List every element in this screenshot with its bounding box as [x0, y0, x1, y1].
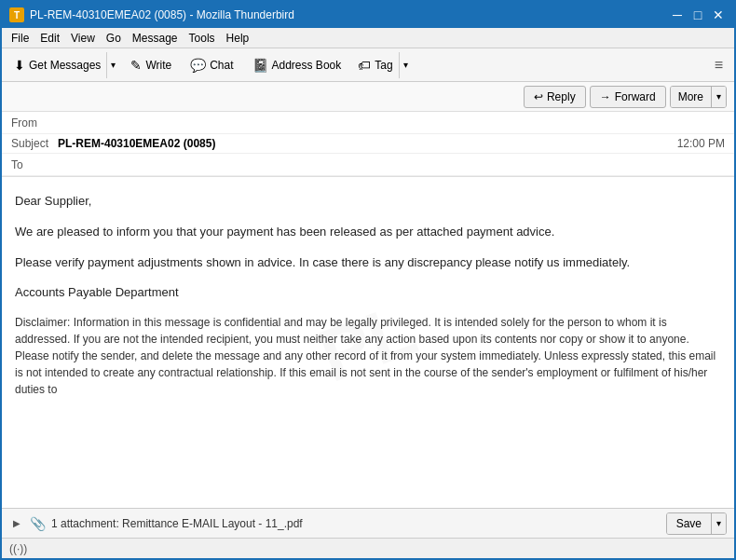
menu-file[interactable]: File	[6, 30, 34, 47]
body-paragraph-3: Accounts Payable Department	[15, 283, 721, 303]
expand-icon[interactable]: ▶	[9, 516, 24, 530]
menu-edit[interactable]: Edit	[34, 30, 65, 47]
menu-bar: File Edit View Go Message Tools Help	[2, 28, 734, 48]
menu-message[interactable]: Message	[127, 30, 184, 47]
more-arrow[interactable]: ▾	[711, 87, 726, 107]
email-body-text: Dear Supplier, We are pleased to inform …	[15, 192, 721, 398]
close-button[interactable]: ✕	[710, 7, 727, 23]
chat-icon: 💬	[190, 58, 206, 73]
email-headers: From Subject PL-REM-40310EMEA02 (0085) 1…	[2, 112, 734, 177]
tag-dropdown[interactable]: 🏷 Tag ▾	[351, 51, 412, 79]
get-messages-label: Get Messages	[29, 59, 101, 72]
menu-tools[interactable]: Tools	[184, 30, 221, 47]
tag-icon: 🏷	[358, 58, 371, 73]
subject-value: PL-REM-40310EMEA02 (0085)	[58, 137, 677, 150]
from-row: From	[2, 112, 734, 134]
toolbar: ⬇ Get Messages ▾ ✎ Write 💬 Chat 📓 Addres…	[2, 48, 734, 82]
minimize-button[interactable]: ─	[669, 7, 686, 23]
address-book-label: Address Book	[272, 59, 342, 72]
address-book-button[interactable]: 📓 Address Book	[244, 52, 350, 78]
to-label: To	[11, 158, 58, 171]
subject-row: Subject PL-REM-40310EMEA02 (0085) 12:00 …	[2, 134, 734, 154]
forward-label: Forward	[615, 90, 656, 103]
title-bar: T PL-REM-40310EMEA02 (0085) - Mozilla Th…	[2, 2, 734, 28]
more-label: More	[678, 90, 703, 103]
attachment-icon: 📎	[30, 516, 46, 531]
attachment-text: 1 attachment: Remittance E-MAIL Layout -…	[51, 517, 661, 530]
app-icon: T	[9, 7, 24, 22]
tag-label: Tag	[375, 59, 392, 72]
more-dropdown[interactable]: More ▾	[670, 86, 727, 108]
get-messages-arrow[interactable]: ▾	[106, 52, 119, 78]
chat-label: Chat	[210, 59, 233, 72]
save-button-group[interactable]: Save ▾	[666, 512, 727, 535]
to-row: To	[2, 154, 734, 176]
body-paragraph-2: Please verify payment adjustments shown …	[15, 253, 721, 273]
connection-status-icon: ((·))	[9, 542, 27, 555]
more-button[interactable]: More	[671, 87, 711, 107]
from-label: From	[11, 116, 58, 130]
menu-help[interactable]: Help	[221, 30, 255, 47]
reply-label: Reply	[547, 90, 576, 103]
body-paragraph-1: We are pleased to inform you that your p…	[15, 223, 721, 242]
disclaimer-text: Disclaimer: Information in this message …	[15, 314, 721, 398]
get-messages-dropdown[interactable]: ⬇ Get Messages ▾	[7, 51, 120, 79]
forward-icon: →	[600, 90, 611, 103]
email-body: PL Dear Supplier, We are pleased to info…	[2, 177, 734, 508]
greeting: Dear Supplier,	[15, 192, 721, 212]
forward-button[interactable]: → Forward	[590, 86, 666, 108]
tag-arrow[interactable]: ▾	[399, 52, 412, 78]
reply-button[interactable]: ↩ Reply	[524, 86, 586, 108]
title-bar-left: T PL-REM-40310EMEA02 (0085) - Mozilla Th…	[9, 7, 294, 22]
get-messages-icon: ⬇	[14, 58, 25, 73]
email-time: 12:00 PM	[677, 137, 725, 150]
tag-button[interactable]: 🏷 Tag	[352, 52, 398, 78]
get-messages-button[interactable]: ⬇ Get Messages	[8, 52, 106, 78]
action-bar: ↩ Reply → Forward More ▾	[2, 82, 734, 112]
maximize-button[interactable]: □	[689, 7, 706, 23]
write-label: Write	[145, 59, 171, 72]
write-icon: ✎	[130, 58, 142, 73]
status-bar: ((·))	[2, 538, 734, 558]
window-controls: ─ □ ✕	[669, 7, 727, 23]
address-book-icon: 📓	[252, 58, 268, 73]
hamburger-menu-icon[interactable]: ≡	[709, 53, 729, 77]
menu-go[interactable]: Go	[101, 30, 127, 47]
save-button[interactable]: Save	[667, 513, 711, 534]
reply-icon: ↩	[534, 90, 543, 103]
window-title: PL-REM-40310EMEA02 (0085) - Mozilla Thun…	[30, 8, 294, 21]
save-arrow[interactable]: ▾	[711, 513, 726, 534]
menu-view[interactable]: View	[65, 30, 101, 47]
attachment-bar: ▶ 📎 1 attachment: Remittance E-MAIL Layo…	[2, 508, 734, 538]
write-button[interactable]: ✎ Write	[122, 52, 180, 78]
subject-label: Subject	[11, 137, 58, 150]
chat-button[interactable]: 💬 Chat	[182, 52, 241, 78]
